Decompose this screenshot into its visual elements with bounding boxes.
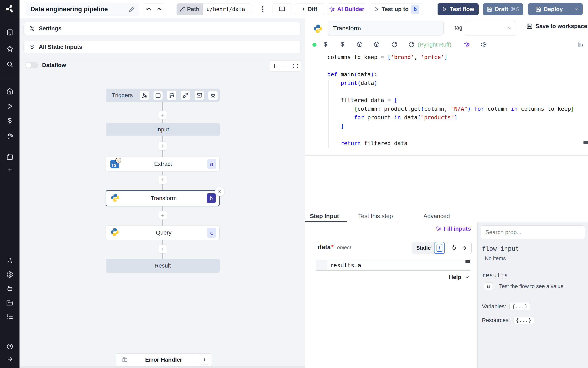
all-static-inputs-button[interactable]: All Static Inputs — [24, 41, 301, 53]
result-item[interactable]: a : Test the flow to see a value — [484, 283, 564, 290]
add-icon[interactable] — [7, 166, 13, 173]
deploy-options-button[interactable] — [570, 3, 583, 15]
tag-select[interactable] — [465, 21, 516, 36]
input-node[interactable]: Input — [106, 123, 220, 136]
results-section[interactable]: results — [482, 272, 508, 279]
redo-button[interactable] — [154, 7, 164, 12]
code-editor[interactable]: columns_to_keep = ['brand', 'price'] def… — [327, 53, 588, 147]
zoom-out-icon[interactable] — [282, 63, 288, 69]
audit-logs-icon[interactable] — [6, 313, 13, 320]
add-error-handler-icon[interactable] — [200, 355, 209, 365]
static-inputs-icon[interactable] — [322, 41, 329, 47]
variables-picker-icon[interactable] — [340, 41, 346, 47]
result-key-chip[interactable]: a — [484, 283, 493, 290]
resources-icon[interactable] — [6, 133, 13, 140]
search-prop-input[interactable] — [481, 226, 585, 239]
path-editor[interactable]: Path u/henri/data_ — [177, 3, 251, 15]
step-name-input[interactable] — [328, 21, 444, 36]
search-icon[interactable] — [6, 61, 13, 68]
library-icon[interactable] — [578, 41, 584, 47]
expression-value[interactable]: results.a — [327, 260, 364, 270]
home-icon[interactable] — [6, 88, 13, 95]
edit-title-icon[interactable] — [129, 6, 135, 12]
plug-icon[interactable] — [451, 245, 457, 251]
editor-settings-icon[interactable] — [481, 41, 487, 47]
schedules-icon[interactable] — [6, 153, 13, 160]
fit-view-icon[interactable] — [293, 63, 298, 69]
help-icon[interactable] — [6, 343, 13, 350]
lint-status[interactable]: (Pyright Ruff) — [418, 41, 451, 48]
expand-icon[interactable] — [6, 356, 13, 363]
draft-button[interactable]: Draft ⌘S — [483, 3, 523, 15]
package-icon[interactable] — [374, 41, 380, 47]
edge-line — [162, 102, 163, 111]
variables-value-chip[interactable]: {...} — [509, 303, 530, 310]
tab-advanced[interactable]: Advanced — [423, 213, 450, 222]
static-mode-label[interactable]: Static — [416, 245, 431, 251]
triggers-node[interactable]: Triggers — [106, 89, 220, 102]
extract-node[interactable]: TS Extract a — [106, 157, 220, 171]
ai-builder-button[interactable]: AI Builder — [328, 3, 365, 15]
tab-test-this-step[interactable]: Test this step — [358, 213, 393, 222]
websocket-icon[interactable] — [181, 91, 190, 100]
user-icon[interactable] — [6, 257, 13, 264]
docs-button[interactable] — [273, 3, 291, 15]
javascript-mode-button[interactable]: f — [434, 242, 445, 254]
schedule-icon[interactable] — [153, 91, 163, 100]
path-value-input[interactable]: u/henri/data_ — [203, 3, 251, 15]
expression-scrollbar — [465, 260, 470, 263]
query-node-label: Query — [120, 230, 207, 236]
path-label-segment[interactable]: Path — [177, 3, 203, 15]
arrow-right-icon[interactable] — [462, 245, 467, 251]
zoom-in-icon[interactable] — [272, 63, 277, 69]
reload-icon[interactable] — [391, 41, 398, 47]
webhook-icon[interactable] — [140, 91, 149, 100]
diff-button[interactable]: ± Diff — [295, 3, 324, 15]
add-step-button[interactable] — [158, 175, 167, 184]
remove-step-icon[interactable] — [215, 187, 225, 196]
result-node[interactable]: Result — [106, 259, 220, 273]
add-step-button[interactable] — [158, 211, 167, 220]
poll-icon[interactable] — [208, 91, 218, 100]
reload-icon[interactable] — [408, 41, 415, 47]
app-sidebar — [0, 0, 19, 368]
variables-icon[interactable] — [6, 118, 13, 124]
all-static-inputs-label: All Static Inputs — [39, 44, 82, 50]
route-icon[interactable] — [167, 91, 176, 100]
package-icon[interactable] — [357, 41, 363, 47]
add-step-button[interactable] — [158, 245, 167, 254]
test-flow-button[interactable]: Test flow — [437, 3, 479, 15]
deploy-main[interactable]: Deploy — [528, 6, 570, 12]
email-icon[interactable] — [195, 91, 204, 100]
error-handler-node[interactable]: Error Handler — [116, 353, 212, 366]
runs-icon[interactable] — [6, 103, 13, 110]
workers-icon[interactable] — [6, 285, 13, 292]
dataflow-toggle[interactable] — [25, 62, 38, 68]
folders-icon[interactable] — [6, 299, 13, 306]
undo-button[interactable] — [144, 7, 154, 12]
query-node[interactable]: Query c — [106, 226, 220, 240]
resources-value-chip[interactable]: {...} — [513, 317, 534, 324]
connect-input-group — [447, 242, 472, 254]
fill-inputs-button[interactable]: Fill inputs — [436, 226, 471, 232]
save-to-workspace-button[interactable]: Save to workspace — [526, 23, 587, 29]
transform-node-selected[interactable]: Transform b — [106, 190, 220, 206]
expression-input[interactable]: results.a — [316, 260, 471, 271]
test-up-to-button[interactable]: Test up to b — [371, 3, 422, 15]
play-icon — [374, 7, 379, 12]
flow-graph-panel: Settings All Static Inputs Dataflow Trig… — [19, 18, 305, 368]
ai-assist-icon[interactable] — [464, 41, 470, 47]
workspace-icon[interactable] — [6, 29, 13, 36]
deploy-button[interactable]: Deploy — [528, 3, 583, 15]
add-step-button[interactable] — [158, 111, 167, 120]
settings-icon[interactable] — [6, 271, 13, 278]
star-icon[interactable] — [6, 45, 13, 52]
more-options-icon[interactable] — [260, 5, 266, 15]
flow-settings-button[interactable]: Settings — [24, 22, 301, 35]
editor-scrollbar[interactable] — [583, 141, 588, 144]
wand-sparkles-icon — [329, 6, 335, 12]
flow-input-section[interactable]: flow_input — [482, 245, 519, 252]
add-step-button[interactable] — [158, 141, 167, 150]
windmill-logo-icon[interactable] — [5, 4, 15, 14]
help-toggle[interactable]: Help — [449, 274, 470, 280]
